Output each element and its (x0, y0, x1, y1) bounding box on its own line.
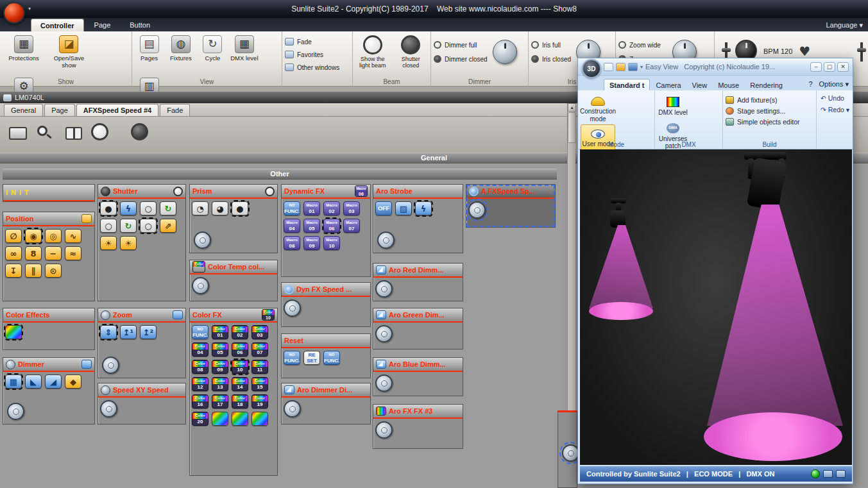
shutter-fx-button[interactable]: ○ (100, 219, 117, 233)
jog-dial[interactable] (102, 357, 119, 374)
color-fx-button[interactable]: Color12 (192, 377, 208, 391)
window-toggle-item[interactable]: Other windows (285, 61, 350, 74)
keyboard-icon[interactable] (823, 470, 833, 478)
color-effects-panel-title[interactable]: Color Effects (3, 308, 94, 323)
prism-fx-button[interactable]: ● (232, 201, 248, 215)
color-fx-button[interactable]: Color05 (212, 342, 228, 357)
ribbon-tab[interactable]: Page (85, 19, 120, 31)
jog-dial[interactable] (377, 231, 395, 249)
jog-dial[interactable] (468, 201, 486, 219)
dyn-fx-speed-panel-title[interactable]: Dyn FX Speed ... (282, 283, 370, 297)
dimmer-panel-title[interactable]: Dimmer (3, 358, 94, 372)
easy-view-tab[interactable]: Mouse (713, 80, 744, 90)
zoom-wide-option[interactable]: Zoom wide (618, 41, 667, 49)
dimmer-fx-button[interactable]: ◆ (65, 374, 81, 389)
color-fx-button[interactable]: Color11 (251, 360, 268, 374)
color-fx-button[interactable] (212, 412, 228, 426)
strobe-button[interactable]: ϟ (415, 201, 432, 215)
reset-button[interactable]: RESET (303, 351, 320, 365)
quick-access-caret-icon[interactable]: ▾ (28, 6, 31, 12)
dynamic-fx-panel-title[interactable]: Dynamic FX Macro06 (282, 185, 370, 199)
zoom-panel-title[interactable]: Zoom (98, 308, 185, 323)
beam-closed-button[interactable] (131, 123, 148, 140)
jog-dial[interactable] (375, 325, 393, 342)
color-fx-button[interactable]: Color03 (251, 325, 268, 339)
network-icon[interactable] (836, 470, 846, 478)
app-menu-orb[interactable] (3, 2, 25, 24)
language-menu[interactable]: Language ▾ (826, 21, 863, 29)
shutter-fx-button[interactable]: ↻ (120, 219, 137, 233)
color-fx-button[interactable]: Color14 (232, 377, 248, 391)
jog-dial[interactable] (284, 400, 301, 417)
jog-dial[interactable] (100, 400, 117, 417)
protections-button[interactable]: ▦ Protections (3, 33, 45, 76)
macro-button[interactable]: Macro02 (323, 201, 340, 215)
fixtures-button[interactable]: ◍ Fixtures (166, 33, 195, 76)
jog-dial[interactable] (284, 299, 301, 317)
macro-button[interactable]: Macro01 (303, 201, 320, 215)
position-panel-title[interactable]: Position (3, 212, 94, 226)
dimmer-closed-option[interactable]: Dimmer closed (434, 55, 488, 63)
color-fx-button[interactable]: NOFUNC. (192, 325, 208, 339)
section-header-other[interactable]: Other (3, 169, 557, 180)
macro-button[interactable]: Macro06 (323, 219, 340, 233)
macro-button[interactable]: Macro07 (343, 219, 360, 233)
zoom-fx-button[interactable]: ⇕ (100, 325, 117, 339)
color-fx-button[interactable]: Color04 (192, 342, 208, 357)
color-fx-button[interactable]: Color20 (192, 412, 208, 426)
color-fx-panel-title[interactable]: Color FX Color10 (190, 308, 277, 323)
macro-button[interactable]: Macro10 (323, 236, 340, 250)
dimmer-full-option[interactable]: Dimmer full (434, 41, 488, 49)
position-fx-button[interactable]: ⊙ (45, 264, 62, 278)
afx-speed-panel-title[interactable]: A FXSpeed Sp... (466, 185, 555, 199)
reset-button[interactable]: NOFUNC. (284, 351, 300, 365)
shutter-fx-button[interactable]: ☀ (120, 236, 137, 250)
macro-button[interactable]: NOFUNC. (284, 201, 300, 215)
position-fx-button[interactable]: ≈ (65, 246, 81, 260)
color-fx-button[interactable]: Color17 (212, 394, 228, 408)
position-fx-button[interactable]: ◎ (45, 229, 62, 243)
shutter-fx-button[interactable]: ↻ (160, 201, 176, 215)
color-fx-button[interactable]: Color09 (212, 360, 228, 374)
open-save-show-button[interactable]: ◪ Open/Save show (47, 33, 90, 76)
position-fx-button[interactable]: − (45, 246, 62, 260)
init-button[interactable]: INIT (3, 185, 94, 201)
monitor-view-button[interactable] (9, 127, 27, 140)
simple-objects-editor-button[interactable]: Simple objects editor (726, 116, 813, 127)
help-button[interactable]: ? (808, 80, 812, 88)
fader-icon[interactable] (860, 42, 863, 62)
maximize-button[interactable]: ▢ (824, 62, 835, 72)
shutter-panel-title[interactable]: Shutter (98, 185, 185, 199)
color-fx-button[interactable]: Color01 (212, 325, 228, 339)
shutter-fx-button[interactable]: ⇗ (160, 219, 176, 233)
aro-fx-panel-title[interactable]: Aro FX FX #3 (373, 405, 463, 419)
undo-button[interactable]: ↶ Undo (821, 94, 849, 102)
color-fx-button[interactable] (251, 412, 268, 426)
window-toggle-item[interactable]: Fade (285, 35, 350, 48)
page-tab[interactable]: Page (44, 104, 75, 116)
macro-button[interactable]: Macro04 (284, 219, 300, 233)
cycle-button[interactable]: ↻ Cycle (198, 33, 227, 76)
page-tab[interactable]: AFXSpeed Speed #4 (76, 104, 158, 116)
save-icon[interactable] (628, 63, 638, 71)
redo-button[interactable]: ↷ Redo ▾ (821, 106, 849, 114)
reset-button[interactable]: NOFUNC. (323, 351, 340, 365)
open-folder-icon[interactable] (616, 63, 625, 71)
easy-view-3d-orb[interactable]: 3D (582, 59, 601, 78)
prism-fx-button[interactable]: ◔ (192, 201, 208, 215)
dmx-level-button[interactable]: DMX level (658, 92, 688, 119)
position-fx-button[interactable]: ↧ (5, 264, 22, 278)
color-fx-button[interactable]: Color13 (212, 377, 228, 391)
minimize-button[interactable]: – (810, 62, 822, 72)
beam-open-button[interactable] (91, 123, 108, 140)
aro-dimmer-panel-title[interactable]: Aro Dimmer Di... (282, 383, 370, 398)
jog-dial[interactable] (7, 403, 24, 420)
color-fx-button[interactable]: Color06 (232, 342, 248, 357)
ribbon-tab[interactable]: Button (121, 19, 159, 31)
jog-dial[interactable] (194, 231, 211, 249)
color-fx-button[interactable]: Color02 (232, 325, 248, 339)
iris-full-option[interactable]: Iris full (531, 41, 571, 49)
jog-dial[interactable] (375, 421, 393, 439)
zoom-fx-button[interactable]: ↥¹ (120, 325, 137, 339)
new-document-icon[interactable] (604, 63, 613, 71)
